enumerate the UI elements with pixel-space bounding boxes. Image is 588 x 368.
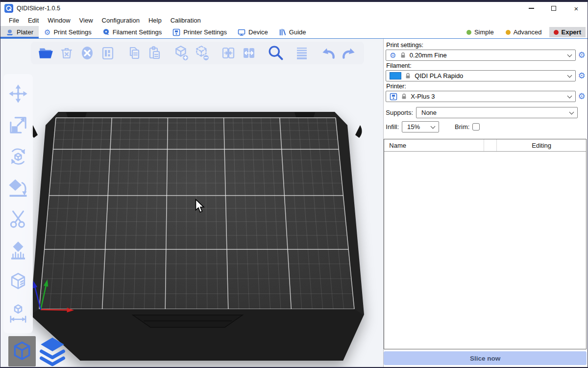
supports-value: None [421,109,437,116]
rotate-button[interactable] [7,146,29,167]
preview-button[interactable] [39,336,66,367]
edit-print-settings-button[interactable]: ⚙ [577,51,587,59]
column-name[interactable]: Name [384,139,484,151]
filament-combo[interactable]: QIDI PLA Rapido [386,70,576,81]
copy-button[interactable] [124,43,145,63]
add-instance-icon [173,45,190,61]
paste-button[interactable] [145,43,165,63]
infill-value: 15% [407,123,420,131]
split-to-parts-icon [241,45,257,61]
scale-icon [8,115,28,135]
remove-instance-icon [194,45,210,61]
split-to-parts-button[interactable] [239,43,259,63]
delete-button[interactable] [56,43,77,63]
tab-filament-settings[interactable]: Filament Settings [97,26,167,38]
menu-view[interactable]: View [75,16,98,25]
print-settings-label: Print settings: [386,42,587,49]
print-settings-value: 0.20mm Fine [410,52,447,59]
menu-window[interactable]: Window [43,16,74,25]
close-button[interactable]: × [565,2,588,15]
window-title: QIDISlicer-1.0.5 [17,5,60,12]
seam-painting-button[interactable] [7,271,29,293]
preset-gear-icon: ⚙ [390,52,396,59]
redo-button[interactable] [339,43,359,63]
move-button[interactable] [7,83,29,105]
object-list-header: Name Editing [384,139,586,152]
search-icon [267,44,284,62]
menu-calibration[interactable]: Calibration [166,16,205,25]
slice-now-button[interactable]: Slice now [384,351,587,365]
seam-icon [8,272,28,292]
object-list[interactable]: Name Editing [384,139,587,349]
paint-on-supports-button[interactable] [7,240,29,262]
search-button[interactable] [265,43,286,63]
menu-file[interactable]: File [4,16,24,25]
close-icon: × [574,5,579,12]
3d-viewport[interactable] [0,39,384,368]
rotate-icon [8,146,28,167]
scale-button[interactable] [7,114,29,136]
tab-label: Filament Settings [113,28,162,36]
place-on-face-icon [8,178,28,198]
open-button[interactable] [36,43,56,63]
layers-icon [294,45,310,61]
brim-label: Brim: [455,123,469,131]
remove-instance-button[interactable] [192,43,212,63]
edit-filament-button[interactable]: ⚙ [577,72,587,80]
variable-layer-height-button[interactable] [292,43,312,63]
lock-icon [405,72,411,79]
mode-advanced[interactable]: Advanced [501,27,546,37]
edit-printer-button[interactable]: ⚙ [577,92,587,101]
tab-device[interactable]: Device [232,26,273,38]
delete-all-button[interactable] [77,43,98,63]
column-editing[interactable]: Editing [497,139,586,151]
printer-icon [172,28,180,36]
tab-label: Plater [17,28,33,36]
tab-guide[interactable]: Guide [273,26,312,38]
sidebar: Print settings: ⚙ 0.20mm Fine ⚙ Filament… [384,39,588,368]
view-toggles [8,336,66,367]
printer-combo-icon [390,93,397,101]
supports-dropdown[interactable]: None [416,107,578,118]
brim-checkbox[interactable] [472,123,480,131]
menu-configuration[interactable]: Configuration [98,16,144,25]
copy-icon [126,45,142,61]
mode-selector: Simple Advanced Expert [462,26,588,38]
mode-expert[interactable]: Expert [549,27,586,37]
tab-print-settings[interactable]: ⚙ Print Settings [39,26,97,38]
mode-label: Simple [474,28,494,36]
column-extruder[interactable] [484,139,497,151]
tabbar: Plater ⚙ Print Settings Filament Setting… [0,26,588,39]
tab-printer-settings[interactable]: Printer Settings [167,26,232,38]
split-to-objects-icon [220,45,236,61]
guide-icon [279,28,286,36]
place-on-face-button[interactable] [7,177,29,199]
3d-editor-view-button[interactable] [8,336,36,367]
mode-simple[interactable]: Simple [462,27,498,37]
maximize-button[interactable] [542,2,565,15]
print-settings-combo[interactable]: ⚙ 0.20mm Fine [386,50,576,61]
arrange-button[interactable] [98,43,118,63]
printer-combo[interactable]: X-Plus 3 [386,91,576,102]
app-window: QIDISlicer-1.0.5 × File Edit Window View… [0,0,588,368]
chevron-down-icon [431,124,436,129]
tab-label: Print Settings [53,28,91,36]
infill-dropdown[interactable]: 15% [402,121,439,132]
add-instance-button[interactable] [171,43,192,63]
paste-icon [147,45,163,61]
tab-label: Device [248,28,268,36]
measure-button[interactable] [7,303,29,324]
expert-dot-icon [554,30,559,35]
printer-value: X-Plus 3 [411,93,435,100]
advanced-dot-icon [506,30,511,35]
undo-button[interactable] [318,43,339,63]
menu-help[interactable]: Help [144,16,166,25]
tab-plater[interactable]: Plater [0,26,39,38]
arrange-icon [100,45,116,61]
minimize-button[interactable] [520,2,542,15]
cut-button[interactable] [7,209,29,230]
delete-all-icon [79,45,95,61]
chevron-down-icon [567,52,572,57]
menu-edit[interactable]: Edit [24,16,43,25]
split-to-objects-button[interactable] [218,43,239,63]
